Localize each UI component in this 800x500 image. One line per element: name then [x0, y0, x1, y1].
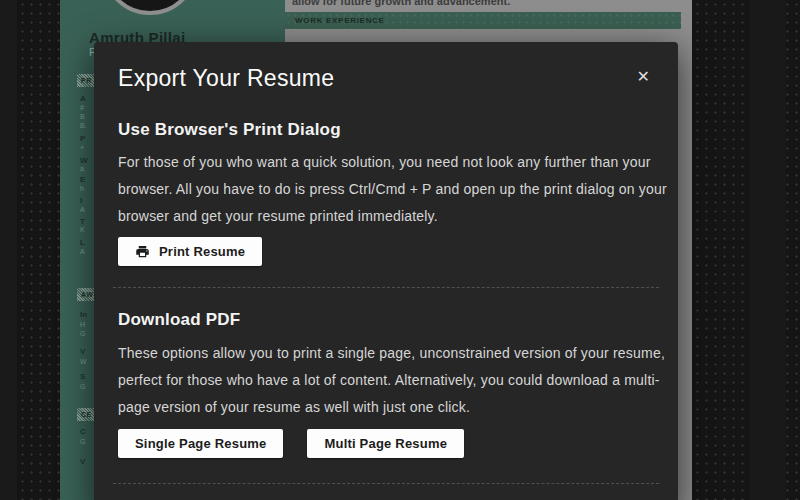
printer-icon	[135, 244, 150, 259]
resume-sidebar-text-fragment: L	[80, 239, 85, 247]
export-resume-modal: Export Your Resume ✕ Use Browser's Print…	[94, 42, 678, 500]
resume-sidebar-text-fragment: P	[80, 135, 85, 143]
background-band-right	[750, 0, 786, 500]
resume-summary-fragment: allow for future growth and advancement.	[292, 0, 510, 7]
single-page-resume-button[interactable]: Single Page Resume	[118, 429, 283, 458]
resume-sidebar-text-fragment: B	[80, 113, 85, 120]
resume-sidebar-text-fragment: V	[80, 348, 85, 356]
resume-sidebar-text-fragment: #	[80, 104, 84, 111]
background-band-left	[0, 0, 17, 500]
resume-sidebar-text-fragment: K	[80, 226, 85, 233]
resume-sidebar-text-fragment: +	[80, 144, 84, 151]
download-buttons-row: Single Page Resume Multi Page Resume	[118, 429, 654, 458]
resume-sidebar-text-fragment: W	[80, 157, 88, 165]
resume-sidebar-text-fragment: G	[80, 330, 85, 337]
resume-sidebar-text-fragment: T	[80, 218, 85, 226]
resume-sidebar-text-fragment: E	[80, 176, 85, 184]
resume-sidebar-text-fragment: G	[80, 438, 85, 445]
section-divider	[113, 287, 659, 288]
work-experience-section-bar: WORK EXPERIENCE	[285, 12, 681, 29]
resume-sidebar-text-fragment: I	[80, 197, 82, 205]
resume-sidebar-text-fragment: B.	[80, 122, 87, 129]
resume-sidebar-text-fragment: A	[80, 248, 85, 255]
single-page-resume-button-label: Single Page Resume	[135, 436, 266, 451]
print-dialog-section-body: For those of you who want a quick soluti…	[118, 149, 674, 230]
resume-sidebar-text-fragment: H	[80, 321, 85, 328]
resume-sidebar-text-fragment: a	[80, 165, 84, 172]
work-experience-heading: WORK EXPERIENCE	[295, 16, 385, 25]
print-resume-button[interactable]: Print Resume	[118, 237, 262, 266]
resume-sidebar-text-fragment: A	[80, 206, 85, 213]
download-pdf-section-body: These options allow you to print a singl…	[118, 340, 674, 421]
close-icon[interactable]: ✕	[633, 67, 654, 87]
multi-page-resume-button[interactable]: Multi Page Resume	[307, 429, 464, 458]
resume-sidebar-text-fragment: V	[80, 458, 85, 466]
print-button-row: Print Resume	[118, 237, 654, 266]
modal-header: Export Your Resume ✕	[118, 64, 654, 92]
multi-page-resume-button-label: Multi Page Resume	[324, 436, 447, 451]
resume-sidebar-text-fragment: S	[80, 373, 85, 381]
resume-sidebar-text-fragment: h	[80, 185, 84, 192]
resume-sidebar-text-fragment: In	[80, 311, 87, 319]
resume-sidebar-text-fragment: C	[80, 428, 86, 436]
resume-sidebar-text-fragment: A	[80, 95, 86, 103]
modal-title: Export Your Resume	[118, 64, 334, 92]
print-resume-button-label: Print Resume	[159, 244, 245, 259]
section-divider	[113, 483, 659, 484]
download-pdf-section-heading: Download PDF	[118, 310, 654, 329]
resume-sidebar-text-fragment: W	[80, 358, 87, 365]
resume-sidebar-text-fragment: G	[80, 383, 85, 390]
app-background: Amruth Pillai F PRA#BB.P+WaEhIATKLAAWInH…	[0, 0, 800, 500]
avatar	[102, 0, 198, 15]
print-dialog-section-heading: Use Browser's Print Dialog	[118, 120, 654, 139]
